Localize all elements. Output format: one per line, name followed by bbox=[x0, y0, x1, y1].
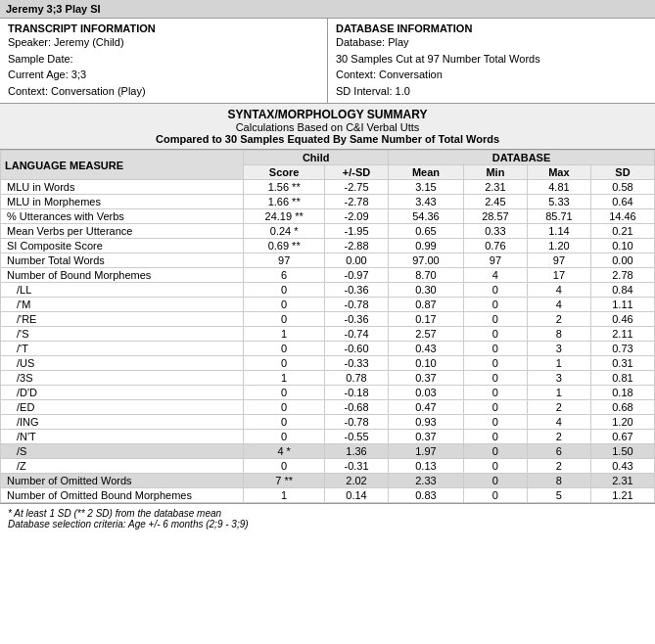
score-cell: 0 bbox=[244, 386, 325, 400]
measure-cell: Number Total Words bbox=[1, 253, 244, 268]
mean-cell: 0.83 bbox=[389, 488, 464, 503]
score-cell: 0 bbox=[244, 298, 325, 312]
measure-cell: Number of Omitted Bound Morphemes bbox=[1, 488, 244, 503]
mean-cell: 0.43 bbox=[389, 342, 464, 356]
table-row: /'M0-0.780.87041.11 bbox=[1, 298, 655, 312]
table-row: /'RE0-0.360.17020.46 bbox=[1, 312, 655, 327]
score-cell: 0 bbox=[244, 459, 325, 474]
mean-cell: 1.97 bbox=[389, 444, 464, 459]
sdVal-cell: 0.00 bbox=[590, 253, 654, 268]
sd-cell: -1.95 bbox=[325, 224, 389, 239]
measure-cell: /D'D bbox=[1, 386, 244, 400]
sd-cell: 2.02 bbox=[325, 474, 389, 488]
max-cell: 8 bbox=[527, 474, 590, 488]
col-sd: +/-SD bbox=[325, 165, 389, 180]
max-cell: 97 bbox=[527, 253, 590, 268]
sd-cell: -0.78 bbox=[325, 298, 389, 312]
sd-cell: -2.75 bbox=[325, 180, 389, 195]
score-cell: 0 bbox=[244, 283, 325, 298]
database-sd-interval: SD Interval: 1.0 bbox=[336, 83, 647, 100]
sdVal-cell: 1.50 bbox=[590, 444, 654, 459]
sd-cell: -2.88 bbox=[325, 239, 389, 253]
min-cell: 2.31 bbox=[463, 180, 527, 195]
mean-cell: 0.93 bbox=[389, 415, 464, 430]
max-cell: 3 bbox=[527, 371, 590, 386]
measure-cell: Number of Bound Morphemes bbox=[1, 268, 244, 283]
score-cell: 97 bbox=[244, 253, 325, 268]
score-cell: 0 bbox=[244, 415, 325, 430]
col-header-child: Child bbox=[244, 151, 389, 165]
col-sdval: SD bbox=[590, 165, 654, 180]
sdVal-cell: 0.18 bbox=[590, 386, 654, 400]
sdVal-cell: 0.21 bbox=[590, 224, 654, 239]
max-cell: 1 bbox=[527, 386, 590, 400]
min-cell: 0 bbox=[463, 342, 527, 356]
table-row: Number of Omitted Words7 **2.022.33082.3… bbox=[1, 474, 655, 488]
measure-cell: Number of Omitted Words bbox=[1, 474, 244, 488]
table-row: /3S10.780.37030.81 bbox=[1, 371, 655, 386]
max-cell: 5 bbox=[527, 488, 590, 503]
transcript-info: TRANSCRIPT INFORMATION Speaker: Jeremy (… bbox=[0, 19, 328, 103]
sd-cell: -0.36 bbox=[325, 283, 389, 298]
transcript-context: Context: Conversation (Play) bbox=[8, 83, 319, 100]
table-row: MLU in Morphemes1.66 **-2.783.432.455.33… bbox=[1, 195, 655, 209]
mean-cell: 3.15 bbox=[389, 180, 464, 195]
title-text: Jeremy 3;3 Play SI bbox=[6, 3, 101, 15]
sd-cell: -0.60 bbox=[325, 342, 389, 356]
score-cell: 0 bbox=[244, 400, 325, 415]
max-cell: 1 bbox=[527, 356, 590, 371]
max-cell: 2 bbox=[527, 430, 590, 444]
min-cell: 0 bbox=[463, 415, 527, 430]
max-cell: 17 bbox=[527, 268, 590, 283]
measure-cell: /'T bbox=[1, 342, 244, 356]
mean-cell: 0.37 bbox=[389, 430, 464, 444]
measure-cell: SI Composite Score bbox=[1, 239, 244, 253]
database-samples: 30 Samples Cut at 97 Number Total Words bbox=[336, 51, 647, 68]
sdVal-cell: 0.68 bbox=[590, 400, 654, 415]
measure-cell: /ED bbox=[1, 400, 244, 415]
sd-cell: -0.31 bbox=[325, 459, 389, 474]
transcript-info-label: TRANSCRIPT INFORMATION bbox=[8, 23, 319, 34]
col-header-measure: LANGUAGE MEASURE bbox=[1, 151, 244, 180]
sd-cell: -0.68 bbox=[325, 400, 389, 415]
measure-cell: /US bbox=[1, 356, 244, 371]
max-cell: 4 bbox=[527, 283, 590, 298]
sdVal-cell: 0.73 bbox=[590, 342, 654, 356]
sdVal-cell: 2.78 bbox=[590, 268, 654, 283]
table-row: /S4 *1.361.97061.50 bbox=[1, 444, 655, 459]
min-cell: 97 bbox=[463, 253, 527, 268]
sdVal-cell: 0.84 bbox=[590, 283, 654, 298]
table-row: /'T0-0.600.43030.73 bbox=[1, 342, 655, 356]
measure-cell: /'RE bbox=[1, 312, 244, 327]
database-info-label: DATABASE INFORMATION bbox=[336, 23, 647, 34]
footnote-section: * At least 1 SD (** 2 SD) from the datab… bbox=[0, 503, 655, 533]
table-row: /'S1-0.742.57082.11 bbox=[1, 327, 655, 342]
score-cell: 1 bbox=[244, 371, 325, 386]
min-cell: 0 bbox=[463, 283, 527, 298]
mean-cell: 2.57 bbox=[389, 327, 464, 342]
col-min: Min bbox=[463, 165, 527, 180]
table-row: Number of Omitted Bound Morphemes10.140.… bbox=[1, 488, 655, 503]
sdVal-cell: 0.46 bbox=[590, 312, 654, 327]
measure-cell: /3S bbox=[1, 371, 244, 386]
sdVal-cell: 1.20 bbox=[590, 415, 654, 430]
sdVal-cell: 0.31 bbox=[590, 356, 654, 371]
min-cell: 0 bbox=[463, 444, 527, 459]
min-cell: 2.45 bbox=[463, 195, 527, 209]
max-cell: 2 bbox=[527, 459, 590, 474]
max-cell: 3 bbox=[527, 342, 590, 356]
score-cell: 0 bbox=[244, 342, 325, 356]
transcript-speaker: Speaker: Jeremy (Child) bbox=[8, 34, 319, 51]
measure-cell: MLU in Morphemes bbox=[1, 195, 244, 209]
max-cell: 2 bbox=[527, 400, 590, 415]
mean-cell: 0.03 bbox=[389, 386, 464, 400]
mean-cell: 0.47 bbox=[389, 400, 464, 415]
info-section: TRANSCRIPT INFORMATION Speaker: Jeremy (… bbox=[0, 19, 655, 104]
sd-cell: -0.74 bbox=[325, 327, 389, 342]
sd-cell: -0.55 bbox=[325, 430, 389, 444]
sd-cell: 1.36 bbox=[325, 444, 389, 459]
sd-cell: -2.09 bbox=[325, 209, 389, 224]
sdVal-cell: 2.11 bbox=[590, 327, 654, 342]
score-cell: 0 bbox=[244, 312, 325, 327]
min-cell: 0 bbox=[463, 386, 527, 400]
